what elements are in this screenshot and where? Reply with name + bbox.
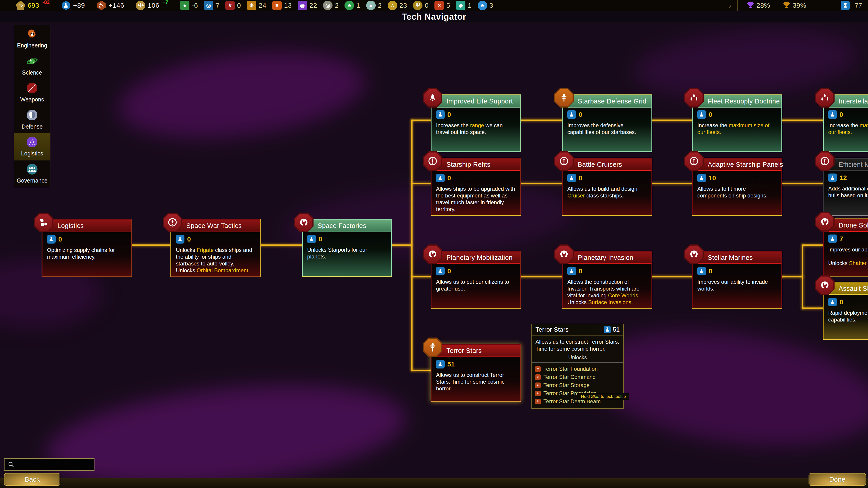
resource-red-grid: #0 — [225, 1, 241, 10]
tech-card-stellar-marines[interactable]: Stellar Marines0Improves our ability to … — [692, 251, 782, 309]
tooltip-title: Terror Stars — [535, 326, 568, 333]
research-flask-icon — [567, 174, 576, 182]
tech-navigator-screen: 693-82+89+146106+7●-6◎7#0☀24≡13◉22◎2♣1▲2… — [0, 0, 868, 488]
tech-card-planetary-invasion[interactable]: Planetary Invasion0Allows the constructi… — [562, 251, 652, 309]
tech-card-fleet-resupply-doctrine[interactable]: Fleet Resupply Doctrine0Increase the max… — [692, 94, 782, 152]
tooltip-unlock-label: Terror Star Foundation — [544, 366, 598, 372]
tech-cost-value: 0 — [447, 267, 451, 275]
resource-influence-scroll: 693-82 — [16, 1, 50, 10]
tech-card-interstellar-r[interactable]: Interstellar R0Increase the maximum size… — [823, 94, 868, 152]
ship-badge-icon — [554, 151, 574, 171]
tech-card-description: Unlocks Frigate class ships and the abil… — [176, 247, 255, 274]
logistics-icon — [26, 136, 38, 148]
purple-disc-icon: ◉ — [298, 1, 307, 10]
tech-card-title: Starbase Defense Grid — [578, 98, 646, 105]
sidebar-item-science[interactable]: Science — [14, 52, 50, 79]
sidebar-item-label: Weapons — [20, 96, 44, 103]
tech-card-body: 0Increase the maximum size of our fleets… — [693, 107, 781, 151]
tech-card-description: Allows ships to be upgraded with the bes… — [436, 186, 516, 213]
sidebar-item-label: Logistics — [21, 150, 43, 157]
resource-value: 3 — [489, 2, 493, 9]
tooltip-cost: 51 — [604, 326, 620, 333]
chevron-right-icon[interactable]: › — [729, 1, 731, 10]
defense-icon — [26, 109, 38, 121]
gold-tulip-icon: Ψ — [413, 1, 423, 10]
tech-card-assault-shut[interactable]: Assault Shut0Rapid deployment acapabilit… — [823, 282, 868, 340]
tech-connector-line — [802, 245, 823, 246]
tech-connector-line — [412, 369, 432, 371]
victory-progress-value: 28% — [756, 2, 770, 9]
sidebar-item-governance[interactable]: Governance — [14, 160, 50, 187]
crates-badge-icon — [34, 213, 53, 232]
resource-orange-stripes: ≡13 — [272, 1, 291, 10]
tech-card-space-war-tactics[interactable]: Space War Tactics0Unlocks Frigate class … — [170, 219, 261, 277]
research-flask-icon — [47, 235, 56, 243]
tech-card-description: Allows the construction of Invasion Tran… — [567, 279, 647, 306]
teal-diamond-icon: ◆ — [456, 1, 465, 10]
tech-cost-value: 0 — [187, 236, 191, 243]
tech-connector-line — [802, 245, 803, 309]
done-button[interactable]: Done — [809, 473, 866, 486]
resource-delta: +7 — [162, 0, 168, 5]
tech-card-starship-refits[interactable]: Starship Refits0Allows ships to be upgra… — [431, 158, 521, 216]
bottom-strip — [0, 478, 868, 488]
sidebar-item-weapons[interactable]: Weapons — [14, 79, 50, 106]
research-flask-icon — [176, 235, 184, 243]
science-icon — [26, 55, 38, 67]
sidebar-item-engineering[interactable]: Engineering — [14, 25, 50, 52]
tech-card-title: Planetary Invasion — [578, 254, 633, 261]
page-title: Tech Navigator — [402, 12, 466, 22]
tooltip-unlock-label: Terror Star Storage — [544, 382, 590, 388]
search-input[interactable] — [17, 461, 92, 468]
resource-value: 0 — [237, 2, 241, 9]
tech-card-description: Rapid deployment acapabilities. — [828, 310, 868, 323]
sidebar-item-defense[interactable]: Defense — [14, 106, 50, 133]
sidebar-item-logistics[interactable]: Logistics — [14, 133, 50, 160]
ship-badge-icon — [684, 151, 704, 171]
tech-card-efficient-mas[interactable]: Efficient Mas12Adds additional cohulls b… — [823, 158, 868, 216]
ship-badge-icon — [423, 151, 442, 171]
tech-card-header: Planetary Invasion — [563, 252, 651, 264]
claw-badge-icon — [294, 213, 313, 232]
tech-cost-value: 0 — [709, 267, 712, 275]
sidebar-item-label: Engineering — [17, 42, 47, 49]
tech-card-space-factories[interactable]: Space Factories0Unlocks Starports for ou… — [302, 219, 392, 277]
research-flask-icon — [828, 173, 837, 182]
tech-card-header: Planetary Mobilization — [432, 252, 520, 264]
tech-card-improved-life-support[interactable]: Improved Life Support0Increases the rang… — [431, 94, 521, 152]
tech-card-title: Terror Stars — [446, 347, 482, 355]
research-flask-icon — [604, 326, 611, 333]
blue-tree-icon: ♣ — [477, 1, 487, 10]
claw-badge-icon — [815, 212, 835, 232]
tech-card-body: 0Allows us to put our citizens to greate… — [432, 264, 520, 308]
tech-cost-value: 12 — [839, 174, 847, 182]
tech-cost-value: 0 — [579, 111, 582, 119]
tech-card-planetary-mobilization[interactable]: Planetary Mobilization0Allows us to put … — [431, 251, 521, 309]
tech-card-drone-soldie[interactable]: Drone Soldie7Improves our abilityUnlocks… — [823, 219, 868, 276]
nebula-streak — [41, 370, 411, 488]
tech-card-title: Planetary Mobilization — [446, 254, 513, 261]
tech-connector-line — [411, 120, 412, 371]
rockets-badge-icon — [815, 88, 835, 107]
resource-value: 1 — [468, 2, 471, 9]
credits-scales-icon — [136, 1, 145, 10]
tech-card-adaptive-starship-panels[interactable]: Adaptive Starship Panels10Allows us to f… — [692, 158, 782, 216]
tech-card-title: Battle Cruisers — [578, 161, 622, 168]
tooltip-unlock-item: Terror Star Storage — [535, 381, 620, 389]
tech-card-terror-stars[interactable]: Terror Stars51Allows us to construct Ter… — [431, 344, 521, 402]
green-tree-icon: ♣ — [344, 1, 354, 10]
tooltip-unlock-label: Terror Star Command — [544, 374, 596, 380]
tech-card-header: Starship Refits — [432, 159, 520, 171]
tech-card-starbase-defense-grid[interactable]: Starbase Defense Grid0Improves the defen… — [562, 94, 652, 152]
tech-card-battle-cruisers[interactable]: Battle Cruisers0Allows us to build and d… — [562, 158, 652, 216]
research-flask-icon — [436, 174, 445, 182]
tooltip-unlock-item: Terror Star Command — [535, 373, 620, 381]
tech-card-body: 0Unlocks Starports for our planets. — [303, 232, 391, 276]
tech-card-description: Improves our ability to invade worlds. — [698, 279, 777, 292]
tech-card-header: Space Factories — [303, 220, 391, 232]
tech-card-body: 0Unlocks Frigate class ships and the abi… — [171, 232, 260, 276]
back-button[interactable]: Back — [4, 473, 60, 486]
tech-card-logistics[interactable]: Logistics0Optimizing supply chains for m… — [41, 219, 132, 277]
resource-value: 2 — [378, 2, 382, 9]
tech-cost-value: 0 — [318, 235, 322, 243]
